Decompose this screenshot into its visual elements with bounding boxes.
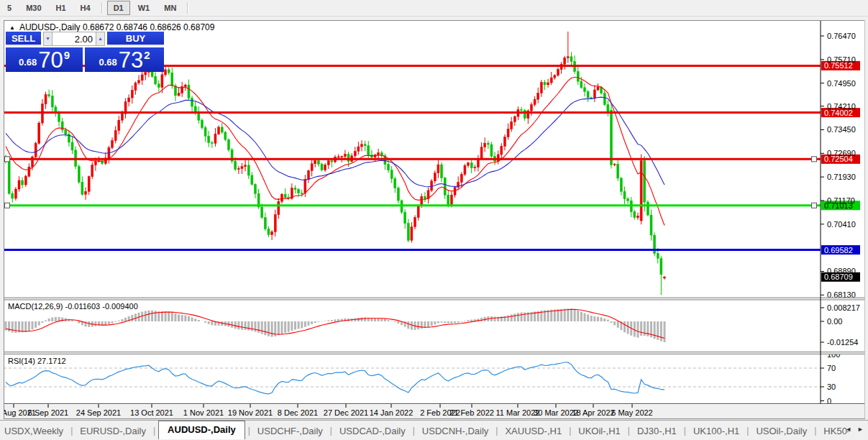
- buy-price-big-digits: 73: [119, 51, 143, 70]
- tab-ukoil-h1[interactable]: UKOil-,H1: [574, 423, 625, 439]
- sell-price-big-digits: 70: [38, 51, 63, 70]
- tab-audusd-daily[interactable]: AUDUSD-,Daily: [158, 421, 245, 439]
- timeframe-button-d1[interactable]: D1: [107, 1, 130, 15]
- sell-price-display[interactable]: 0.68 70 9: [6, 47, 83, 72]
- indicator-arrow-icon: ▲: [9, 24, 15, 31]
- price-axis-tick-label: 0.74210: [827, 102, 856, 111]
- sell-button[interactable]: SELL: [6, 32, 41, 46]
- tab-usdchf-daily[interactable]: USDCHF-,Daily: [253, 423, 327, 439]
- mt4-window: 5M30H1H4D1W1MN 0.755120.740020.725040.71…: [0, 0, 868, 440]
- tab-usdcnh-daily[interactable]: USDCNH-,Daily: [418, 423, 493, 439]
- date-axis-label: 21 Feb 2022: [449, 408, 494, 417]
- tab-eurusd-daily[interactable]: EURUSD-,Daily: [76, 423, 150, 439]
- macd-axis-tick-label: 0.00: [827, 317, 842, 326]
- chart-header: ▲AUDUSD-,Daily 0.68672 0.68746 0.68626 0…: [9, 22, 214, 32]
- tabs-scroll-right-icon[interactable]: ►: [854, 425, 867, 434]
- one-click-trade-panel: SELL ▼ ▲ BUY 0.68 70 9 0.68 73 2: [6, 32, 164, 73]
- tab-xauusd-h1[interactable]: XAUUSD-,H1: [501, 423, 566, 439]
- tab-separator: |: [681, 426, 689, 436]
- price-axis-tick-label: 0.76470: [827, 32, 856, 40]
- timeframe-button-h4[interactable]: H4: [74, 1, 97, 15]
- date-axis-label: 8 Dec 2021: [278, 408, 318, 417]
- tab-separator: |: [493, 426, 501, 436]
- line-handle[interactable]: [5, 157, 10, 162]
- line-handle[interactable]: [5, 203, 10, 208]
- tabs-scroll-left-icon[interactable]: ◄: [842, 425, 854, 434]
- tab-separator: |: [68, 426, 76, 436]
- macd-axis-tick-label: -0.01254: [827, 338, 858, 347]
- date-axis-label: 14 Jan 2022: [370, 408, 414, 417]
- tab-separator: |: [811, 426, 819, 436]
- date-axis-label: 13 Oct 2021: [130, 408, 173, 417]
- price-axis-tick-label: 0.73450: [827, 125, 856, 134]
- date-axis-label: 6 May 2022: [611, 408, 652, 417]
- price-axis-tick-label: 0.75710: [827, 55, 856, 64]
- tab-separator: |: [327, 426, 335, 436]
- tab-separator: |: [566, 426, 574, 436]
- chart-symbol-label: AUDUSD-,Daily: [19, 22, 81, 32]
- date-axis-label: 1 Nov 2021: [183, 408, 224, 417]
- buy-button[interactable]: BUY: [107, 32, 164, 46]
- chart-ohlc-label: 0.68672 0.68746 0.68626 0.68709: [83, 22, 215, 32]
- tab-usdx-weekly[interactable]: USDX,Weekly: [0, 423, 68, 439]
- rsi-axis-tick-label: 70: [827, 364, 836, 372]
- macd-label: MACD(12,26,9) -0.011603 -0.009400: [8, 302, 138, 311]
- tab-uk100-h1[interactable]: UK100-,H1: [689, 423, 744, 439]
- symbol-tabs: USDX,Weekly|EURUSD-,Daily|AUDUSD-,Daily|…: [0, 421, 849, 440]
- date-axis-label: 19 Nov 2021: [228, 408, 273, 417]
- volume-input[interactable]: [52, 32, 96, 46]
- tab-separator: |: [150, 426, 158, 436]
- rsi-axis-tick-label: 30: [827, 382, 836, 391]
- price-axis-tick-label: 0.68890: [827, 267, 856, 275]
- price-axis-tick-label: 0.74950: [827, 79, 856, 88]
- tab-separator: |: [245, 426, 253, 436]
- toolbar-separator: [187, 2, 188, 14]
- price-axis-tick-label: 0.70410: [827, 220, 856, 229]
- price-axis-tick-label: 0.72690: [827, 149, 856, 157]
- timeframe-toolbar: 5M30H1H4D1W1MN: [0, 0, 868, 17]
- tab-separator: |: [410, 426, 418, 436]
- buy-price-pip-digit: 2: [144, 49, 150, 61]
- date-axis-label: 18 Apr 2022: [572, 408, 614, 417]
- volume-decrease-button[interactable]: ▼: [43, 32, 52, 46]
- toolbar-separator: [101, 2, 103, 14]
- timeframe-button-w1[interactable]: W1: [132, 1, 157, 15]
- symbol-tab-bar: USDX,Weekly|EURUSD-,Daily|AUDUSD-,Daily|…: [0, 420, 868, 440]
- level-price-label: 0.69582: [824, 246, 853, 255]
- line-handle[interactable]: [812, 203, 817, 208]
- timeframe-button-h1[interactable]: H1: [50, 1, 73, 15]
- timeframe-button-5[interactable]: 5: [1, 1, 18, 15]
- buy-price-display[interactable]: 0.68 73 2: [85, 47, 164, 72]
- timeframe-button-mn[interactable]: MN: [157, 1, 183, 15]
- tab-usdcad-daily[interactable]: USDCAD-,Daily: [335, 423, 410, 439]
- tab-separator: |: [744, 426, 751, 436]
- date-axis-label: 24 Sep 2021: [76, 408, 121, 417]
- line-handle[interactable]: [812, 157, 817, 162]
- volume-increase-button[interactable]: ▲: [96, 32, 105, 46]
- price-axis-tick-label: 0.71170: [827, 196, 855, 205]
- date-axis-label: 6 Sep 2021: [28, 408, 68, 417]
- tab-separator: |: [625, 426, 633, 436]
- timeframe-button-m30[interactable]: M30: [19, 1, 47, 15]
- rsi-label: RSI(14) 27.1712: [8, 357, 66, 365]
- tab-usoil-daily[interactable]: USOil-,Daily: [751, 423, 811, 439]
- sell-price-pip-digit: 9: [64, 49, 70, 61]
- macd-axis-tick-label: 0.008217: [827, 303, 860, 312]
- sell-price-prefix: 0.68: [19, 57, 37, 68]
- price-axis-tick-label: 0.71930: [827, 173, 856, 181]
- tab-dj30-h1[interactable]: DJ30-,H1: [633, 423, 681, 439]
- chart-canvas[interactable]: 0.755120.740020.725040.710130.695820.687…: [4, 20, 865, 419]
- buy-price-prefix: 0.68: [99, 57, 117, 68]
- date-axis-label: 27 Dec 2021: [324, 408, 368, 417]
